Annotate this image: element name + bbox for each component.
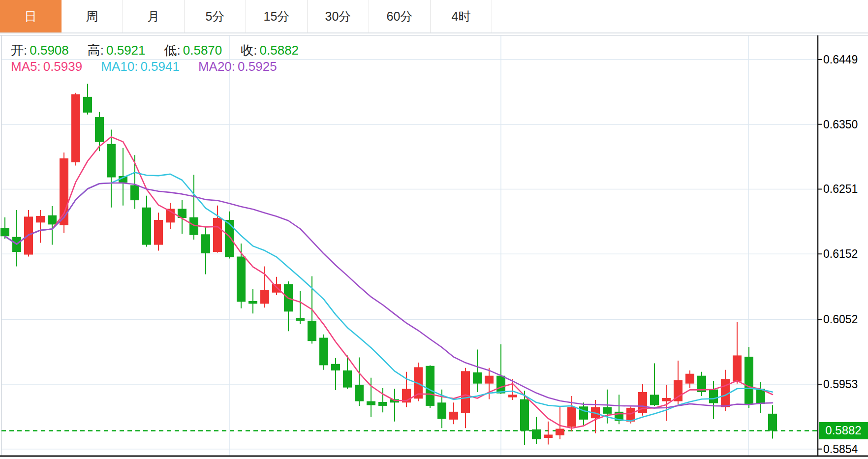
candlestick (426, 365, 434, 407)
candlestick (36, 210, 45, 243)
candlestick (284, 281, 293, 331)
ohlc-close: 收:0.5882 (241, 43, 299, 58)
candlestick (154, 213, 163, 250)
ma20-label: MA20: (198, 60, 235, 74)
ohlc-close-label: 收: (241, 43, 257, 58)
candlestick (685, 370, 694, 388)
ohlc-high-value: 0.5921 (106, 43, 146, 58)
ohlc-low-value: 0.5870 (183, 43, 222, 58)
candlestick (733, 322, 742, 384)
candlestick (768, 405, 777, 439)
ma10-label: MA10: (101, 60, 138, 74)
candlestick (532, 417, 541, 444)
ohlc-close-value: 0.5882 (260, 43, 299, 58)
candlestick (189, 175, 198, 240)
ma-legend: MA5:0.5939MA10:0.5941MA20:0.5925 (11, 60, 277, 74)
candlestick (567, 396, 576, 431)
ma10-value: 0.5941 (140, 60, 180, 74)
y-axis-label: 0.6152 (823, 247, 858, 260)
candlestick (579, 402, 588, 426)
y-axis-label: 0.5854 (823, 443, 858, 456)
candlestick (390, 389, 399, 422)
y-axis-label: 0.6449 (823, 53, 858, 66)
ohlc-low-label: 低: (164, 43, 181, 58)
candlestick (272, 277, 281, 295)
ma20-line (5, 183, 773, 408)
y-axis-label: 0.5953 (823, 378, 858, 391)
candlestick (331, 358, 340, 390)
candlestick (201, 227, 210, 275)
candlestick (697, 372, 706, 396)
candlestick (12, 210, 21, 266)
candlestick (603, 390, 612, 424)
candlestick (485, 368, 494, 399)
candlestick (473, 349, 482, 392)
ma10-line (5, 173, 773, 421)
candlestick (367, 378, 375, 417)
candlestick (721, 370, 730, 411)
candlestick (544, 422, 553, 445)
ma10-legend: MA10:0.5941 (101, 60, 180, 74)
candlestick (225, 212, 234, 259)
ohlc-open: 开:0.5908 (11, 43, 69, 58)
y-axis-label: 0.6350 (823, 118, 858, 131)
ohlc-high-label: 高: (88, 43, 104, 58)
ma5-label: MA5: (11, 60, 41, 74)
candlestick (83, 84, 92, 115)
ma20-value: 0.5925 (238, 60, 277, 74)
ohlc-open-value: 0.5908 (30, 43, 69, 58)
candlestick (95, 112, 104, 151)
ohlc-legend: 开:0.5908高:0.5921低:0.5870收:0.5882 (11, 43, 299, 58)
ohlc-high: 高:0.5921 (88, 43, 146, 58)
candlestick (744, 347, 753, 408)
ma5-value: 0.5939 (43, 60, 83, 74)
candlestick (166, 203, 175, 229)
candlestick (756, 382, 765, 413)
candlestick (449, 402, 458, 424)
ohlc-open-label: 开: (11, 43, 27, 58)
candlestick (142, 196, 151, 247)
candlestick (107, 129, 116, 207)
candlestick (355, 357, 364, 405)
candlestick (296, 291, 305, 324)
candlestick (319, 335, 328, 370)
ma20-legend: MA20:0.5925 (198, 60, 277, 74)
candlestick (709, 381, 718, 419)
ohlc-low: 低:0.5870 (164, 43, 222, 58)
ma5-legend: MA5:0.5939 (11, 60, 82, 74)
y-axis-label: 0.6052 (823, 313, 858, 326)
current-price-badge: 0.5882 (819, 422, 868, 439)
candlestick (71, 93, 80, 166)
candlestick (248, 289, 257, 313)
candlesticks (0, 84, 777, 445)
candlestick (638, 384, 647, 416)
y-axis-label: 0.6251 (823, 183, 858, 195)
